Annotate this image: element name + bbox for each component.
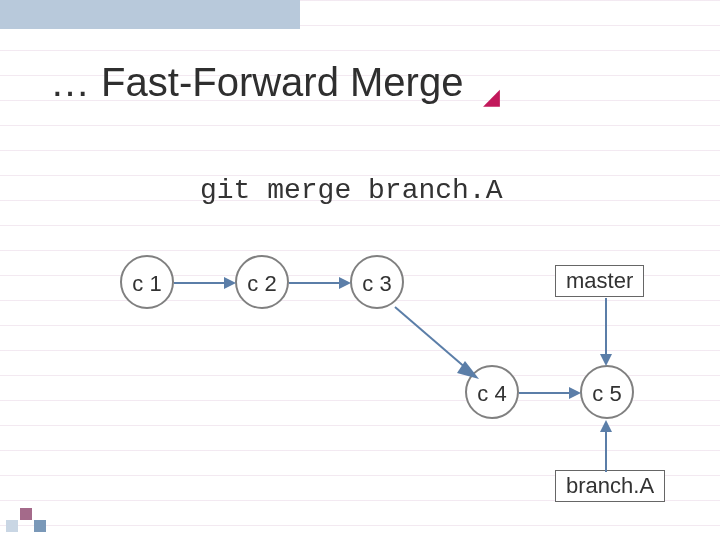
branch-branchA: branch.A [555,470,665,502]
arrow-branchA-c5 [598,420,614,472]
svg-line-4 [395,307,467,369]
commit-c3: c 3 [350,255,404,309]
accent-square [6,520,18,532]
branch-master: master [555,265,644,297]
svg-marker-11 [600,420,612,432]
placeholder-bar [0,0,300,29]
accent-square [20,508,32,520]
commit-c1: c 1 [120,255,174,309]
arrow-c4-c5 [519,385,581,401]
slide-title-text: … Fast-Forward Merge [50,60,463,104]
svg-marker-1 [224,277,236,289]
arrow-master-c5 [598,298,614,368]
commit-c2: c 2 [235,255,289,309]
svg-marker-9 [600,354,612,366]
arrow-c2-c3 [289,275,351,291]
svg-marker-7 [569,387,581,399]
svg-marker-3 [339,277,351,289]
arrow-c3-c4 [395,307,485,387]
commit-c5: c 5 [580,365,634,419]
corner-icon: ◢ [483,84,500,109]
slide: … Fast-Forward Merge ◢ git merge branch.… [0,0,720,540]
git-command: git merge branch.A [200,175,502,206]
accent-square [34,520,46,532]
arrow-c1-c2 [174,275,236,291]
slide-title: … Fast-Forward Merge ◢ [50,60,500,105]
